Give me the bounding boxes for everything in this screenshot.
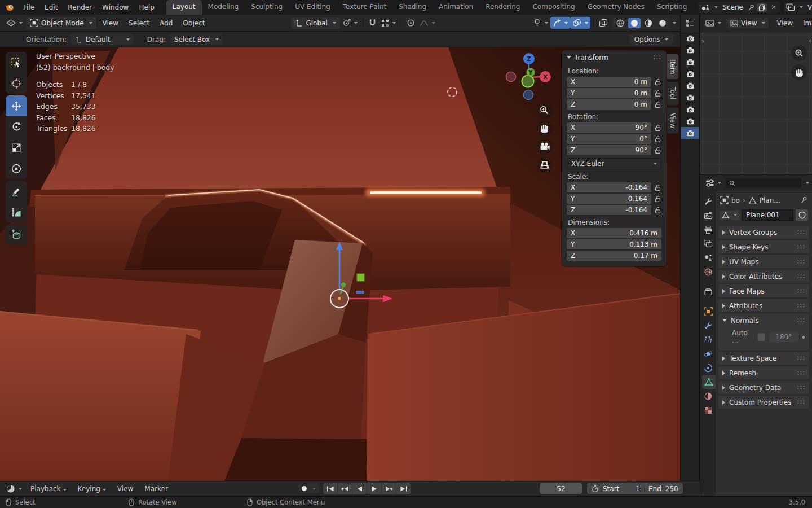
outliner-header[interactable] <box>681 15 699 32</box>
measure-tool-button[interactable] <box>6 202 27 222</box>
viewport-menu-select[interactable]: Select <box>123 17 155 29</box>
transform-field-z[interactable]: Z-0.164 <box>567 205 651 215</box>
snap-mode-button[interactable] <box>379 17 398 29</box>
move-tool-button[interactable] <box>6 95 27 116</box>
image-menu-image[interactable]: Image <box>798 17 812 29</box>
outliner-row[interactable] <box>681 115 699 127</box>
play-reverse-button[interactable] <box>352 483 367 494</box>
tab-shading[interactable]: Shading <box>392 0 433 15</box>
viewport-menu-view[interactable]: View <box>98 17 123 29</box>
lock-open-icon[interactable] <box>655 207 661 214</box>
transform-field-x[interactable]: X0.416 m <box>567 228 661 238</box>
lock-open-icon[interactable] <box>655 124 661 132</box>
tab-scripting[interactable]: Scripting <box>651 0 693 15</box>
image-editor-canvas[interactable]: › ‹ <box>700 32 812 174</box>
viewport-canvas[interactable]: Y Z X User Perspective (52 <box>0 47 680 481</box>
proportional-falloff-button[interactable] <box>417 17 438 29</box>
start-value[interactable]: 1 <box>636 485 640 493</box>
lock-open-icon[interactable] <box>655 195 661 203</box>
scene-name[interactable]: Scene <box>720 3 745 11</box>
transform-field-x[interactable]: X90° <box>567 122 651 133</box>
lock-open-icon[interactable] <box>655 101 661 108</box>
transform-field-y[interactable]: Y-0.164 <box>567 194 651 204</box>
panel-header[interactable]: Remesh <box>718 366 809 379</box>
search-input[interactable] <box>738 179 798 187</box>
properties-tab-output-button[interactable] <box>700 222 716 237</box>
outliner-row[interactable] <box>681 103 699 115</box>
cursor-tool-button[interactable] <box>6 73 27 94</box>
properties-tab-viewlayer-button[interactable] <box>700 237 716 251</box>
panel-header[interactable]: Attributes <box>718 299 809 312</box>
menu-edit[interactable]: Edit <box>39 0 63 15</box>
transform-panel-header[interactable]: Transform <box>562 50 667 64</box>
material-shading-button[interactable] <box>642 18 655 28</box>
properties-tab-modifier-button[interactable] <box>700 318 716 332</box>
tab-animation[interactable]: Animation <box>433 0 479 15</box>
drag-grip-icon[interactable] <box>797 244 805 249</box>
menu-render[interactable]: Render <box>63 0 97 15</box>
tab-compositing[interactable]: Compositing <box>526 0 581 15</box>
tab-geometry-nodes[interactable]: Geometry Nodes <box>581 0 651 15</box>
transform-field-z[interactable]: Z0.17 m <box>567 251 661 261</box>
breadcrumb-data[interactable]: Plan... <box>760 196 780 204</box>
pin-icon[interactable] <box>800 196 807 204</box>
drag-grip-icon[interactable] <box>797 303 805 308</box>
outliner-row[interactable] <box>681 56 699 68</box>
drag-setting-dropdown[interactable]: Select Box <box>170 34 223 45</box>
panel-header[interactable]: Shape Keys <box>718 240 809 253</box>
snap-toggle-button[interactable] <box>366 17 379 29</box>
viewlayer-name[interactable]: ViewLayer <box>805 3 812 11</box>
wireframe-shading-button[interactable] <box>614 18 626 28</box>
orientation-setting-dropdown[interactable]: Default <box>71 34 134 45</box>
lock-open-icon[interactable] <box>655 78 661 86</box>
panel-header[interactable]: Custom Properties <box>718 396 809 409</box>
outliner-row[interactable] <box>681 127 699 139</box>
tab-texture-paint[interactable]: Texture Paint <box>337 0 392 15</box>
properties-tab-world-button[interactable] <box>700 265 716 279</box>
close-icon[interactable]: ✕ <box>769 3 778 11</box>
panel-header[interactable]: Face Maps <box>718 284 809 297</box>
drag-grip-icon[interactable] <box>797 274 805 279</box>
lock-open-icon[interactable] <box>655 90 661 97</box>
outliner-row[interactable] <box>681 44 699 56</box>
editor-type-timeline-icon[interactable] <box>4 483 24 495</box>
next-key-button[interactable] <box>382 483 396 494</box>
properties-tab-scene-button[interactable] <box>700 251 716 265</box>
lock-open-icon[interactable] <box>655 147 661 154</box>
snap-target-button[interactable] <box>340 17 360 29</box>
tab-layout[interactable]: Layout <box>166 0 202 15</box>
menu-help[interactable]: Help <box>134 0 159 15</box>
properties-tab-collection-button[interactable] <box>700 284 716 299</box>
jump-end-button[interactable] <box>396 483 411 494</box>
panel-header[interactable]: Color Attributes <box>718 270 809 283</box>
current-frame-field[interactable]: 52 <box>540 483 582 494</box>
outliner-row[interactable] <box>681 32 699 44</box>
tab-rendering[interactable]: Rendering <box>479 0 526 15</box>
pin-icon[interactable] <box>748 4 754 11</box>
scene-selector[interactable]: Scene ✕ <box>699 2 780 13</box>
blender-logo-icon[interactable] <box>5 3 15 11</box>
scale-tool-button[interactable] <box>6 137 27 158</box>
timeline-menu-marker[interactable]: Marker <box>139 483 173 494</box>
properties-search[interactable] <box>726 178 801 188</box>
transform-field-x[interactable]: X0 m <box>567 77 651 87</box>
sidebar-tab-view[interactable]: View <box>667 107 679 134</box>
jump-start-button[interactable] <box>323 483 338 494</box>
panel-header[interactable]: Geometry Data <box>718 381 809 394</box>
sidebar-tab-item[interactable]: Item <box>667 54 679 80</box>
properties-tab-material-button[interactable] <box>700 389 716 403</box>
rotation-mode-dropdown[interactable]: XYZ Euler <box>567 158 661 169</box>
properties-tab-physics-button[interactable] <box>700 347 716 361</box>
smooth-angle-field[interactable]: 180° <box>769 332 798 342</box>
editor-type-3dview-icon[interactable] <box>4 17 25 29</box>
breadcrumb-object[interactable]: bo <box>731 196 740 204</box>
properties-tab-render-button[interactable] <box>700 208 716 222</box>
properties-tab-texture-button[interactable] <box>700 403 716 417</box>
properties-tab-object-button[interactable] <box>700 304 716 318</box>
image-datablock-selector[interactable]: View <box>726 18 769 28</box>
outliner-row[interactable] <box>681 91 699 103</box>
panel-header[interactable]: UV Maps <box>718 255 809 268</box>
properties-tab-data-button[interactable] <box>702 375 716 389</box>
panel-header[interactable]: Vertex Groups <box>718 226 809 239</box>
new-scene-icon[interactable] <box>757 3 767 12</box>
